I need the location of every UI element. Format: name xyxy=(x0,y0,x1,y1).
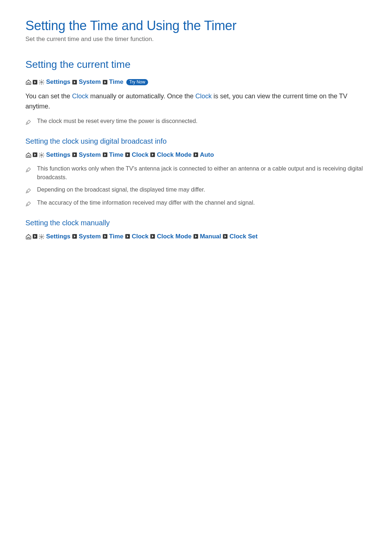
chevron-right-icon xyxy=(32,79,38,85)
note-list: This function works only when the TV's a… xyxy=(25,164,367,208)
chevron-right-icon xyxy=(102,234,108,239)
link-clock[interactable]: Clock xyxy=(195,93,212,100)
chevron-right-icon xyxy=(72,79,77,85)
note-text: The accuracy of the time information rec… xyxy=(37,198,255,207)
link-clock[interactable]: Clock xyxy=(72,93,88,100)
text: You can set the xyxy=(25,93,72,100)
note-item: Depending on the broadcast signal, the d… xyxy=(25,185,367,195)
chevron-right-icon xyxy=(125,234,130,239)
breadcrumb-manual[interactable]: Manual xyxy=(200,233,221,240)
chevron-right-icon xyxy=(72,152,77,157)
breadcrumb-clock-set[interactable]: Clock Set xyxy=(229,233,257,240)
note-item: The accuracy of the time information rec… xyxy=(25,198,367,208)
breadcrumb-clock-manual: Settings System Time Clock Clock Mode Ma… xyxy=(25,233,367,240)
note-list: The clock must be reset every time the p… xyxy=(25,117,367,126)
gear-icon xyxy=(38,78,45,86)
note-text: The clock must be reset every time the p… xyxy=(37,117,197,126)
breadcrumb-clock-mode[interactable]: Clock Mode xyxy=(157,233,191,240)
note-item: This function works only when the TV's a… xyxy=(25,164,367,182)
svg-point-5 xyxy=(41,154,42,156)
chevron-right-icon xyxy=(72,234,77,239)
breadcrumb-system[interactable]: System xyxy=(79,233,101,240)
pencil-icon xyxy=(25,186,31,195)
chevron-right-icon xyxy=(193,152,199,157)
svg-point-12 xyxy=(41,236,42,237)
breadcrumb-settings[interactable]: Settings xyxy=(46,78,70,86)
breadcrumb-system[interactable]: System xyxy=(79,151,101,159)
chevron-right-icon xyxy=(102,79,108,85)
page-title: Setting the Time and Using the Timer xyxy=(25,18,367,33)
pencil-icon xyxy=(25,118,31,126)
svg-point-1 xyxy=(41,81,42,83)
try-now-badge[interactable]: Try Now xyxy=(126,79,148,85)
breadcrumb-time[interactable]: Time xyxy=(109,151,123,159)
chevron-right-icon xyxy=(102,152,108,157)
breadcrumb-settings[interactable]: Settings xyxy=(46,151,70,159)
section-heading-current-time: Setting the current time xyxy=(25,59,367,70)
chevron-right-icon xyxy=(222,234,228,239)
note-text: Depending on the broadcast signal, the d… xyxy=(37,185,205,194)
note-item: The clock must be reset every time the p… xyxy=(25,117,367,126)
chevron-right-icon xyxy=(193,234,199,239)
pencil-icon xyxy=(25,165,31,174)
gear-icon xyxy=(38,233,45,240)
breadcrumb-settings[interactable]: Settings xyxy=(46,233,70,240)
breadcrumb-clock-mode[interactable]: Clock Mode xyxy=(157,151,191,159)
breadcrumb-clock[interactable]: Clock xyxy=(132,233,148,240)
section-heading-digital-broadcast: Setting the clock using digital broadcas… xyxy=(25,137,367,145)
document-page: Setting the Time and Using the Timer Set… xyxy=(0,0,392,271)
home-icon xyxy=(25,233,32,240)
gear-icon xyxy=(38,151,45,159)
chevron-right-icon xyxy=(32,152,38,157)
chevron-right-icon xyxy=(125,152,130,157)
section-heading-manual: Setting the clock manually xyxy=(25,219,367,227)
breadcrumb-clock[interactable]: Clock xyxy=(132,151,148,159)
breadcrumb-clock-auto: Settings System Time Clock Clock Mode Au… xyxy=(25,151,367,159)
breadcrumb-system[interactable]: System xyxy=(79,78,101,86)
breadcrumb-auto[interactable]: Auto xyxy=(200,151,214,159)
breadcrumb-time: Settings System Time Try Now xyxy=(25,78,367,86)
chevron-right-icon xyxy=(32,234,38,239)
breadcrumb-time[interactable]: Time xyxy=(109,233,123,240)
breadcrumb-time[interactable]: Time xyxy=(109,78,123,86)
note-text: This function works only when the TV's a… xyxy=(37,164,367,182)
chevron-right-icon xyxy=(150,234,155,239)
home-icon xyxy=(25,78,32,86)
pencil-icon xyxy=(25,199,31,208)
page-subtitle: Set the current time and use the timer f… xyxy=(25,36,367,43)
chevron-right-icon xyxy=(150,152,155,157)
home-icon xyxy=(25,151,32,159)
text: manually or automatically. Once the xyxy=(88,93,195,100)
body-paragraph: You can set the Clock manually or automa… xyxy=(25,91,367,112)
